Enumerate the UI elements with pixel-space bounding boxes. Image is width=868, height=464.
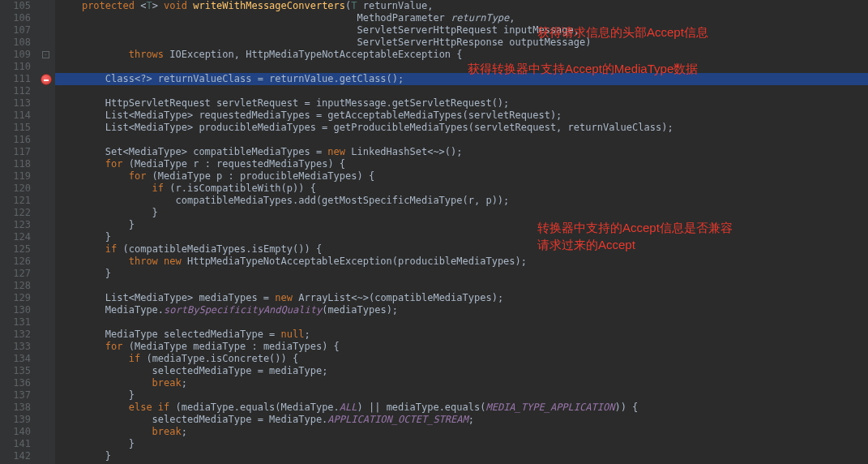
code-line[interactable]	[55, 85, 868, 97]
line-number: 129	[0, 292, 31, 304]
line-number: 134	[0, 353, 31, 365]
line-number: 119	[0, 170, 31, 183]
code-line[interactable]: }	[55, 438, 868, 450]
line-number: 140	[0, 426, 31, 438]
code-line[interactable]: compatibleMediaTypes.add(getMostSpecific…	[55, 195, 868, 207]
code-line[interactable]: MediaType selectedMediaType = null;	[55, 329, 868, 341]
marker-gutter: -	[39, 0, 55, 464]
code-line[interactable]: protected <T> void writeWithMessageConve…	[55, 0, 868, 12]
line-number: 117	[0, 146, 31, 158]
error-marker-icon[interactable]	[41, 74, 52, 85]
code-line[interactable]: Class<?> returnValueClass = returnValue.…	[55, 73, 868, 85]
code-line[interactable]: else if (mediaType.equals(MediaType.ALL)…	[55, 402, 868, 414]
line-number: 123	[0, 219, 31, 231]
code-line[interactable]	[55, 61, 868, 73]
code-line[interactable]: throw new HttpMediaTypeNotAcceptableExce…	[55, 256, 868, 268]
line-number: 142	[0, 450, 31, 462]
line-number: 126	[0, 256, 31, 268]
code-line[interactable]: }	[55, 207, 868, 219]
code-line[interactable]: HttpServletRequest servletRequest = inpu…	[55, 97, 868, 110]
code-line[interactable]: for (MediaType mediaType : mediaTypes) {	[55, 341, 868, 353]
line-number: 128	[0, 280, 31, 292]
code-line[interactable]: }	[55, 450, 868, 462]
line-number: 114	[0, 110, 31, 122]
code-line[interactable]: if (r.isCompatibleWith(p)) {	[55, 183, 868, 195]
line-number: 106	[0, 12, 31, 24]
line-number: 111	[0, 73, 31, 85]
code-line[interactable]: }	[55, 389, 868, 402]
code-line[interactable]: selectedMediaType = MediaType.APPLICATIO…	[55, 414, 868, 426]
code-line[interactable]: if (mediaType.isConcrete()) {	[55, 353, 868, 365]
code-line[interactable]: }	[55, 219, 868, 231]
line-number: 105	[0, 0, 31, 12]
line-number: 115	[0, 122, 31, 134]
fold-icon[interactable]: -	[42, 51, 49, 58]
line-number: 122	[0, 207, 31, 219]
code-area[interactable]: protected <T> void writeWithMessageConve…	[55, 0, 868, 464]
code-line[interactable]: List<MediaType> producibleMediaTypes = g…	[55, 122, 868, 134]
code-line[interactable]: ServletServerHttpRequest inputMessage,	[55, 24, 868, 37]
line-number: 141	[0, 438, 31, 450]
line-number: 116	[0, 134, 31, 146]
line-number: 121	[0, 195, 31, 207]
line-number: 112	[0, 85, 31, 97]
code-line[interactable]: for (MediaType p : producibleMediaTypes)…	[55, 170, 868, 183]
line-number: 138	[0, 402, 31, 414]
code-line[interactable]: selectedMediaType = mediaType;	[55, 365, 868, 377]
line-number: 139	[0, 414, 31, 426]
code-line[interactable]: List<MediaType> mediaTypes = new ArrayLi…	[55, 292, 868, 304]
line-number-gutter: 1051061071081091101111121131141151161171…	[0, 0, 39, 464]
line-number: 118	[0, 158, 31, 170]
code-line[interactable]: Set<MediaType> compatibleMediaTypes = ne…	[55, 146, 868, 158]
line-number: 133	[0, 341, 31, 353]
line-number: 107	[0, 24, 31, 37]
line-number: 127	[0, 268, 31, 280]
code-line[interactable]: MethodParameter returnType,	[55, 12, 868, 24]
code-line[interactable]: }	[55, 231, 868, 243]
code-line[interactable]: if (compatibleMediaTypes.isEmpty()) {	[55, 243, 868, 256]
code-editor[interactable]: 1051061071081091101111121131141151161171…	[0, 0, 868, 464]
line-number: 137	[0, 389, 31, 402]
line-number: 136	[0, 377, 31, 389]
line-number: 130	[0, 304, 31, 316]
line-number: 135	[0, 365, 31, 377]
line-number: 110	[0, 61, 31, 73]
code-line[interactable]	[55, 134, 868, 146]
line-number: 120	[0, 183, 31, 195]
code-line[interactable]: for (MediaType r : requestedMediaTypes) …	[55, 158, 868, 170]
line-number: 108	[0, 37, 31, 49]
line-number: 131	[0, 316, 31, 329]
code-line[interactable]: break;	[55, 377, 868, 389]
code-line[interactable]: }	[55, 268, 868, 280]
code-line[interactable]: throws IOException, HttpMediaTypeNotAcce…	[55, 49, 868, 61]
line-number: 125	[0, 243, 31, 256]
code-line[interactable]: break;	[55, 426, 868, 438]
code-line[interactable]: ServletServerHttpResponse outputMessage)	[55, 37, 868, 49]
code-line[interactable]	[55, 316, 868, 329]
line-number: 124	[0, 231, 31, 243]
line-number: 132	[0, 329, 31, 341]
line-number: 109	[0, 49, 31, 61]
code-line[interactable]	[55, 280, 868, 292]
line-number: 113	[0, 97, 31, 110]
code-line[interactable]: MediaType.sortBySpecificityAndQuality(me…	[55, 304, 868, 316]
code-line[interactable]: List<MediaType> requestedMediaTypes = ge…	[55, 110, 868, 122]
